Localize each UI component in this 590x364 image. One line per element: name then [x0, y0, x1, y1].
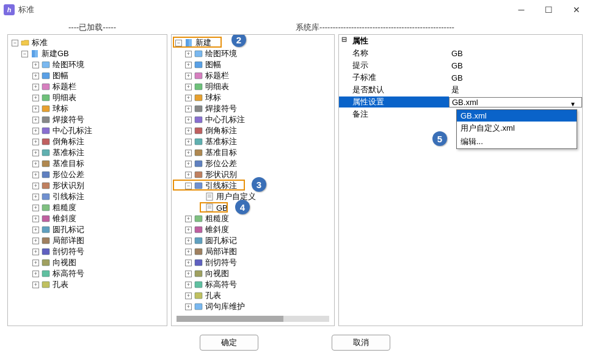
- expand-icon[interactable]: −: [175, 40, 182, 46]
- tree-item[interactable]: +局部详图: [9, 235, 166, 246]
- prop-value[interactable]: 是: [449, 84, 582, 95]
- expand-icon[interactable]: +: [185, 216, 192, 222]
- expand-icon[interactable]: +: [185, 106, 192, 112]
- syslib-item[interactable]: +向视图: [173, 268, 333, 279]
- syslib-item[interactable]: +形位公差: [173, 158, 333, 169]
- prop-value[interactable]: GB.xml: [449, 97, 582, 107]
- expand-icon[interactable]: +: [32, 271, 39, 277]
- syslib-root[interactable]: −新建: [173, 37, 333, 48]
- syslib-leader-child[interactable]: GB: [173, 202, 333, 213]
- tree-item[interactable]: +焊接符号: [9, 114, 166, 125]
- tree-item[interactable]: +形状识别: [9, 180, 166, 191]
- prop-value[interactable]: GB: [449, 61, 582, 70]
- expand-icon[interactable]: +: [32, 282, 39, 288]
- expand-icon[interactable]: +: [185, 150, 192, 156]
- tree-item[interactable]: +倒角标注: [9, 136, 166, 147]
- expand-icon[interactable]: +: [185, 51, 192, 57]
- expand-icon[interactable]: +: [32, 227, 39, 233]
- expand-icon[interactable]: +: [32, 62, 39, 68]
- expand-icon[interactable]: +: [185, 139, 192, 145]
- expand-icon[interactable]: +: [32, 172, 39, 178]
- expand-icon[interactable]: +: [32, 150, 39, 156]
- expand-icon[interactable]: +: [32, 84, 39, 90]
- expand-icon[interactable]: +: [185, 227, 192, 233]
- prop-row[interactable]: 属性设置GB.xml: [339, 96, 582, 108]
- expand-icon[interactable]: −: [185, 183, 192, 189]
- dropdown-arrow-icon[interactable]: ▼: [570, 101, 576, 107]
- expand-icon[interactable]: +: [32, 216, 39, 222]
- expand-icon[interactable]: +: [32, 183, 39, 189]
- syslib-item[interactable]: +词句库维护: [173, 301, 333, 312]
- expand-icon[interactable]: +: [185, 161, 192, 167]
- expand-icon[interactable]: +: [32, 238, 39, 244]
- tree-item[interactable]: +标题栏: [9, 81, 166, 92]
- expand-icon[interactable]: +: [32, 95, 39, 101]
- maximize-button[interactable]: ☐: [535, 0, 563, 20]
- expand-icon[interactable]: +: [185, 293, 192, 299]
- dropdown-item-gbxml[interactable]: GB.xml: [457, 110, 577, 122]
- tree-sub[interactable]: −新建GB: [9, 48, 166, 59]
- tree-item[interactable]: +形位公差: [9, 169, 166, 180]
- syslib-item[interactable]: +标高符号: [173, 279, 333, 290]
- syslib-item[interactable]: +中心孔标注: [173, 114, 333, 125]
- syslib-item[interactable]: +基准标注: [173, 136, 333, 147]
- tree-item[interactable]: +锥斜度: [9, 213, 166, 224]
- expand-icon[interactable]: +: [185, 128, 192, 134]
- tree-item[interactable]: +图幅: [9, 70, 166, 81]
- syslib-item[interactable]: +焊接符号: [173, 103, 333, 114]
- expand-icon[interactable]: +: [32, 161, 39, 167]
- tree-item[interactable]: +标高符号: [9, 268, 166, 279]
- prop-value[interactable]: GB: [449, 49, 582, 58]
- cancel-button[interactable]: 取消: [332, 335, 390, 351]
- expand-icon[interactable]: +: [185, 271, 192, 277]
- tree-item[interactable]: +粗糙度: [9, 202, 166, 213]
- expand-icon[interactable]: −: [21, 51, 28, 57]
- syslib-item[interactable]: +局部详图: [173, 246, 333, 257]
- expand-icon[interactable]: +: [185, 84, 192, 90]
- expand-icon[interactable]: +: [185, 304, 192, 310]
- syslib-item[interactable]: +明细表: [173, 81, 333, 92]
- expand-icon[interactable]: +: [185, 117, 192, 123]
- syslib-item[interactable]: +锥斜度: [173, 224, 333, 235]
- syslib-item[interactable]: +标题栏: [173, 70, 333, 81]
- syslib-item[interactable]: +倒角标注: [173, 125, 333, 136]
- syslib-item[interactable]: +基准目标: [173, 147, 333, 158]
- syslib-leader-child[interactable]: 用户自定义: [173, 191, 333, 202]
- close-button[interactable]: ✕: [563, 0, 590, 20]
- expand-icon[interactable]: +: [185, 282, 192, 288]
- syslib-item[interactable]: +图幅: [173, 59, 333, 70]
- syslib-item[interactable]: +孔表: [173, 290, 333, 301]
- dropdown-item-userxml[interactable]: 用户自定义.xml: [457, 122, 577, 135]
- tree-item[interactable]: +基准标注: [9, 147, 166, 158]
- scrollbar-thumb[interactable]: [177, 316, 283, 322]
- expand-icon[interactable]: +: [32, 117, 39, 123]
- prop-row[interactable]: 子标准GB: [339, 71, 582, 84]
- expand-icon[interactable]: +: [185, 249, 192, 255]
- syslib-item[interactable]: +形状识别: [173, 169, 333, 180]
- expand-icon[interactable]: +: [32, 249, 39, 255]
- dropdown-item-edit[interactable]: 编辑...: [457, 135, 577, 148]
- expand-icon[interactable]: +: [185, 73, 192, 79]
- expand-icon[interactable]: +: [185, 172, 192, 178]
- tree-item[interactable]: +向视图: [9, 257, 166, 268]
- expand-icon[interactable]: [196, 205, 203, 211]
- ok-button[interactable]: 确定: [200, 335, 258, 351]
- syslib-item[interactable]: +绘图环境: [173, 48, 333, 59]
- tree-item[interactable]: +明细表: [9, 92, 166, 103]
- tree-item[interactable]: +引线标注: [9, 191, 166, 202]
- expand-icon[interactable]: −: [12, 40, 18, 46]
- syslib-tree[interactable]: −新建+绘图环境+图幅+标题栏+明细表+球标+焊接符号+中心孔标注+倒角标注+基…: [172, 35, 334, 316]
- tree-item[interactable]: +孔表: [9, 279, 166, 290]
- syslib-item[interactable]: +剖切符号: [173, 257, 333, 268]
- expand-icon[interactable]: +: [185, 238, 192, 244]
- tree-root[interactable]: −标准: [9, 37, 166, 48]
- tree-item[interactable]: +圆孔标记: [9, 224, 166, 235]
- syslib-item[interactable]: +圆孔标记: [173, 235, 333, 246]
- expand-icon[interactable]: [196, 194, 203, 200]
- expand-icon[interactable]: +: [32, 205, 39, 211]
- expand-icon[interactable]: +: [32, 106, 39, 112]
- tree-item[interactable]: +剖切符号: [9, 246, 166, 257]
- tree-item[interactable]: +基准目标: [9, 158, 166, 169]
- loaded-tree[interactable]: −标准−新建GB+绘图环境+图幅+标题栏+明细表+球标+焊接符号+中心孔标注+倒…: [8, 35, 167, 326]
- expand-icon[interactable]: +: [185, 62, 192, 68]
